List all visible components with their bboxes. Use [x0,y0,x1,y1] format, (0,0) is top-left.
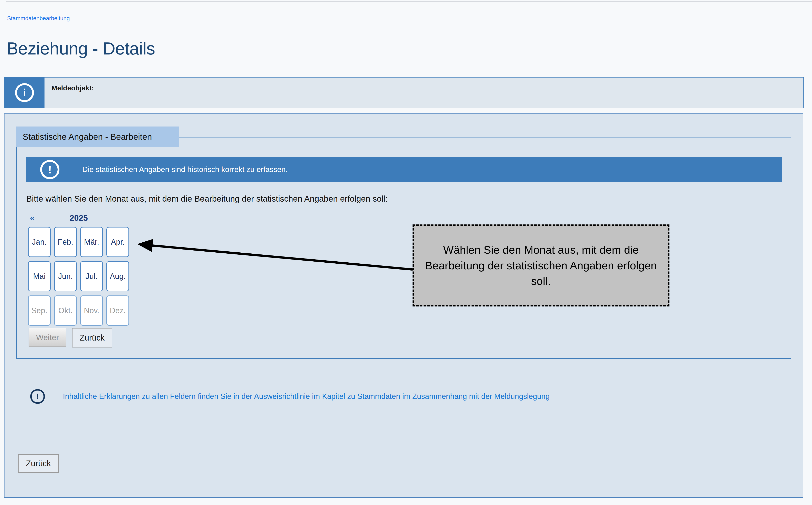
main-panel: Statistische Angaben - Bearbeiten ! Die … [4,114,803,498]
page-title: Beziehung - Details [7,38,155,58]
zurueck-button-bottom[interactable]: Zurück [18,454,59,473]
exclamation-icon: ! [40,160,60,179]
month-picker: « 2025 Jan. Feb. Mär. Apr. Mai Jun. Jul.… [28,213,129,326]
ausweisrichtlinie-link[interactable]: Inhaltliche Erklärungen zu allen Feldern… [63,392,550,401]
top-divider [6,1,812,2]
month-button-nov: Nov. [80,296,103,326]
year-nav: « 2025 [28,213,129,223]
alert-text: Die statistischen Angaben sind historisc… [82,165,288,174]
previous-year-button[interactable]: « [30,213,34,223]
month-grid: Jan. Feb. Mär. Apr. Mai Jun. Jul. Aug. S… [28,227,129,326]
month-button-mai[interactable]: Mai [28,261,51,291]
info-icon: i [15,83,34,102]
month-button-jan[interactable]: Jan. [28,227,51,257]
footer-note: ! Inhaltliche Erklärungen zu allen Felde… [30,389,550,404]
info-icon-box: i [4,77,45,108]
month-button-okt: Okt. [54,296,77,326]
alert-bar: ! Die statistischen Angaben sind histori… [26,157,782,182]
month-button-feb[interactable]: Feb. [54,227,77,257]
breadcrumb[interactable]: Stammdatenbearbeitung [7,15,70,22]
month-button-jun[interactable]: Jun. [54,261,77,291]
month-instruction-text: Bitte wählen Sie den Monat aus, mit dem … [26,194,388,204]
annotation-box: Wählen Sie den Monat aus, mit dem die Be… [413,224,670,307]
meldeobjekt-info-bar: i Meldeobjekt: [4,77,804,108]
meldeobjekt-label: Meldeobjekt: [45,77,803,108]
month-button-jul[interactable]: Jul. [80,261,103,291]
tab-statistische-angaben[interactable]: Statistische Angaben - Bearbeiten [16,127,179,147]
year-label: 2025 [28,213,129,223]
month-button-apr[interactable]: Apr. [106,227,129,257]
month-button-sep: Sep. [28,296,51,326]
weiter-button: Weiter [29,328,67,347]
exclamation-icon: ! [30,389,45,404]
zurueck-button-fieldset[interactable]: Zurück [72,328,112,347]
month-button-mar[interactable]: Mär. [80,227,103,257]
month-button-aug[interactable]: Aug. [106,261,129,291]
month-button-dez: Dez. [106,296,129,326]
